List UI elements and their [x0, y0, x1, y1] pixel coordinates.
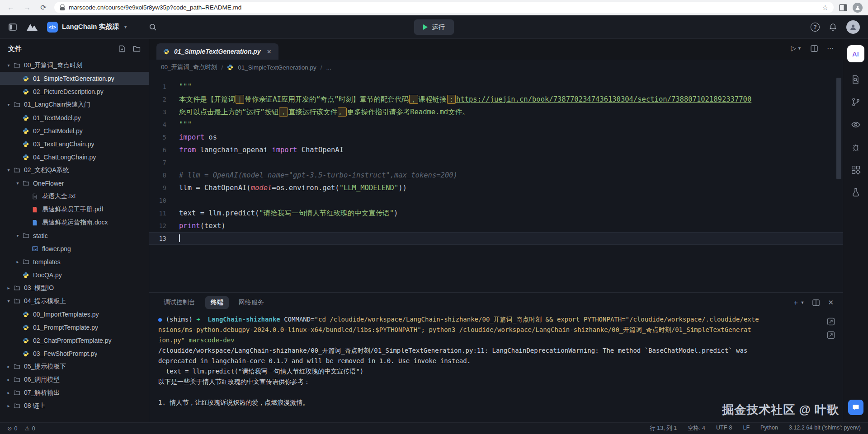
- tree-file[interactable]: 00_ImportTemplates.py: [0, 308, 149, 321]
- tree-file[interactable]: 04_ChatLongChain.py: [0, 150, 149, 163]
- indentation[interactable]: 空格: 4: [688, 425, 705, 432]
- bookmark-star-icon[interactable]: ☆: [822, 4, 828, 12]
- notifications-bell-icon[interactable]: [829, 23, 837, 32]
- code-line[interactable]: 10: [149, 194, 843, 207]
- chevron-down-icon: ▼: [123, 24, 128, 29]
- tab-network-service[interactable]: 网络服务: [233, 296, 269, 309]
- tree-folder[interactable]: ▸08 链上: [0, 399, 149, 412]
- ai-logo: AI: [852, 50, 859, 58]
- open-terminal-editor-icon[interactable]: [826, 331, 835, 340]
- terminal-line: /cloudide/workspace/LangChain-shizhanke/…: [158, 345, 843, 356]
- split-panel-icon[interactable]: [812, 299, 820, 306]
- code-line[interactable]: 8# llm = OpenAI(model_name="gpt-3.5-turb…: [149, 169, 843, 182]
- tree-folder[interactable]: ▾00_开篇词_奇点时刻: [0, 59, 149, 72]
- file-search-icon[interactable]: [850, 74, 861, 85]
- split-editor-icon[interactable]: [811, 45, 818, 52]
- language-mode[interactable]: Python: [760, 425, 778, 432]
- tree-file[interactable]: 01_SimpleTextGeneration.py: [0, 72, 149, 85]
- browser-panel-icon[interactable]: [839, 4, 847, 11]
- tree-file[interactable]: 01_PromptTemplate.py: [0, 321, 149, 334]
- editor-tab[interactable]: 01_SimpleTextGeneration.py ✕: [156, 43, 278, 60]
- browser-back-icon[interactable]: ←: [5, 0, 16, 15]
- code-text: 您可以点击最上方的“运行”按钮，直接运行该文件。更多操作指引请参考Readme.…: [179, 106, 469, 118]
- editor-scrollbar[interactable]: [836, 78, 841, 179]
- code-line[interactable]: 7: [149, 156, 843, 169]
- code-line[interactable]: 6from langchain_openai import ChatOpenAI: [149, 144, 843, 156]
- tree-item-label: static: [33, 232, 48, 239]
- code-line[interactable]: 5import os: [149, 131, 843, 144]
- browser-forward-icon[interactable]: →: [22, 0, 33, 15]
- address-bar[interactable]: marscode.cn/course/9e9xol5r8yw35p?code_p…: [54, 2, 834, 13]
- search-icon[interactable]: [149, 23, 157, 31]
- tree-file[interactable]: 易速鲜花员工手册.pdf: [0, 203, 149, 216]
- browser-profile-icon[interactable]: [853, 3, 863, 13]
- tree-folder[interactable]: ▾02_文档QA系统: [0, 163, 149, 177]
- encoding[interactable]: UTF-8: [716, 425, 732, 432]
- tree-file[interactable]: 02_PictureDescription.py: [0, 85, 149, 98]
- tab-debug-console[interactable]: 调试控制台: [158, 296, 201, 309]
- python-interpreter[interactable]: 3.12.2 64-bit ('shims': pyenv): [789, 425, 861, 432]
- code-line[interactable]: 9llm = ChatOpenAI(model=os.environ.get("…: [149, 182, 843, 194]
- open-terminal-editor-icon[interactable]: [826, 317, 835, 326]
- tree-folder[interactable]: ▸06_调用模型: [0, 373, 149, 386]
- debug-icon[interactable]: [850, 142, 861, 153]
- tree-folder[interactable]: ▸03_模型IO: [0, 281, 149, 294]
- tree-folder[interactable]: ▾static: [0, 229, 149, 242]
- tree-folder[interactable]: ▾04_提示模板上: [0, 294, 149, 308]
- code-line[interactable]: 4""": [149, 118, 843, 131]
- tree-folder[interactable]: ▾OneFlower: [0, 177, 149, 190]
- user-avatar[interactable]: [846, 20, 860, 34]
- problems-errors[interactable]: ⊘ 0: [7, 425, 17, 432]
- ai-assistant-button[interactable]: AI: [847, 45, 864, 62]
- code-line[interactable]: 1""": [149, 80, 843, 93]
- tree-file[interactable]: 03_FewShotPrompt.py: [0, 347, 149, 360]
- source-control-icon[interactable]: [850, 97, 861, 107]
- new-terminal-button[interactable]: ＋▼: [793, 299, 805, 307]
- help-icon[interactable]: ?: [811, 23, 820, 32]
- test-flask-icon[interactable]: [850, 187, 861, 198]
- tree-file[interactable]: 03_TextLangChain.py: [0, 137, 149, 150]
- eol-sequence[interactable]: LF: [743, 425, 750, 432]
- preview-eye-icon[interactable]: [850, 119, 861, 130]
- tree-item-label: 花语大全.txt: [42, 192, 76, 201]
- close-panel-icon[interactable]: ✕: [828, 299, 834, 307]
- code-line[interactable]: 12print(text): [149, 219, 843, 232]
- tree-file[interactable]: 花语大全.txt: [0, 190, 149, 203]
- breadcrumb-file[interactable]: 01_SimpleTextGeneration.py: [238, 64, 316, 71]
- tree-folder[interactable]: ▸05_提示模板下: [0, 360, 149, 373]
- tree-file[interactable]: 易速鲜花运营指南.docx: [0, 216, 149, 229]
- tree-folder[interactable]: ▸templates: [0, 255, 149, 268]
- problems-warnings[interactable]: ⚠ 0: [24, 425, 35, 432]
- tree-file[interactable]: 02_ChatPromptTemplate.py: [0, 334, 149, 347]
- terminal-line: nsions/ms-python.debugpy-2024.0.0-linux-…: [158, 325, 843, 335]
- breadcrumb-folder[interactable]: 00_开篇词_奇点时刻: [161, 63, 217, 71]
- sidebar-toggle-icon[interactable]: [8, 23, 17, 32]
- code-line[interactable]: 3您可以点击最上方的“运行”按钮，直接运行该文件。更多操作指引请参考Readme…: [149, 106, 843, 118]
- run-file-button[interactable]: ▷▼: [791, 44, 802, 52]
- folder-icon: [13, 285, 21, 292]
- marscode-logo[interactable]: [26, 23, 38, 32]
- explorer-title: 文件: [8, 45, 22, 53]
- code-editor[interactable]: 1"""2本文件是【开篇词｜带你亲证AI应用开发的“奇点”时刻】章节的配套代码，…: [149, 75, 843, 292]
- tab-close-icon[interactable]: ✕: [267, 48, 272, 55]
- tree-file[interactable]: DocQA.py: [0, 268, 149, 281]
- feedback-chat-button[interactable]: [848, 400, 863, 415]
- course-switcher[interactable]: </> LangChain 实战课 ▼: [47, 22, 128, 33]
- cursor-position[interactable]: 行 13, 列 1: [650, 425, 677, 432]
- tree-file[interactable]: 01_TextModel.py: [0, 111, 149, 124]
- run-button[interactable]: 运行: [414, 19, 454, 35]
- code-line[interactable]: 11text = llm.predict("请给我写一句情人节红玫瑰的中文宣传语…: [149, 207, 843, 219]
- tree-file[interactable]: flower.png: [0, 242, 149, 255]
- new-folder-icon[interactable]: [133, 45, 141, 52]
- tree-folder[interactable]: ▸07_解析输出: [0, 386, 149, 399]
- tree-folder[interactable]: ▾01_LangChain快速入门: [0, 98, 149, 111]
- breadcrumb-more[interactable]: ...: [326, 64, 331, 71]
- tree-file[interactable]: 02_ChatModel.py: [0, 124, 149, 137]
- new-file-icon[interactable]: [118, 45, 126, 52]
- browser-refresh-icon[interactable]: ⟳: [38, 0, 49, 15]
- code-line[interactable]: 13: [149, 232, 843, 245]
- more-actions-icon[interactable]: ⋯: [827, 44, 834, 52]
- code-line[interactable]: 2本文件是【开篇词｜带你亲证AI应用开发的“奇点”时刻】章节的配套代码，课程链接…: [149, 93, 843, 106]
- tab-terminal[interactable]: 终端: [205, 296, 229, 309]
- extensions-icon[interactable]: [850, 164, 861, 175]
